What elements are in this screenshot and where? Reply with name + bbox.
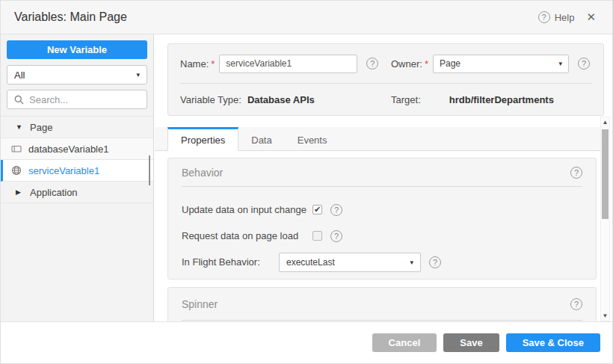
target-group: Target: hrdb/filterDepartments xyxy=(391,94,554,105)
update-data-help-icon[interactable]: ? xyxy=(330,204,342,216)
help-label: Help xyxy=(555,12,575,23)
owner-select[interactable]: Page ▾ xyxy=(433,55,569,73)
check-icon: ✔ xyxy=(314,206,321,214)
page-title: Variables: Main Page xyxy=(14,10,127,24)
variable-filter-select[interactable]: All ▾ xyxy=(7,65,147,84)
variables-tree: ▼ Page databaseVariable1 xyxy=(1,116,153,203)
variable-type-group: Variable Type: Database APIs xyxy=(180,94,391,105)
tree-item-label: serviceVariable1 xyxy=(28,165,99,176)
required-marker: * xyxy=(211,58,215,70)
owner-help-icon[interactable]: ? xyxy=(578,58,590,70)
section-title: Behavior xyxy=(182,167,223,179)
detail-tabs: Properties Data Events xyxy=(155,127,601,151)
name-help-icon[interactable]: ? xyxy=(366,58,378,70)
owner-field-group: Owner: * Page ▾ ? xyxy=(391,55,590,73)
variable-summary-form: Name: * ? Owner: * Page ▾ ? Varia xyxy=(167,43,604,116)
request-data-help-icon[interactable]: ? xyxy=(330,230,342,242)
chevron-down-icon: ▾ xyxy=(136,71,140,78)
tree-item-application[interactable]: ▶ Application xyxy=(1,182,153,203)
tree-item-page[interactable]: ▼ Page xyxy=(1,117,153,138)
web-service-icon xyxy=(11,165,22,176)
help-button[interactable]: ? Help xyxy=(538,11,575,23)
sidebar-scrollbar-thumb[interactable] xyxy=(149,155,150,185)
request-data-row: Request data on page load ✔ ? xyxy=(182,223,582,249)
owner-label: Owner: xyxy=(391,58,422,70)
name-owner-row: Name: * ? Owner: * Page ▾ ? xyxy=(180,44,591,84)
type-target-row: Variable Type: Database APIs Target: hrd… xyxy=(180,84,591,116)
search-placeholder: Search... xyxy=(29,94,68,105)
help-icon: ? xyxy=(538,11,550,23)
close-icon[interactable]: ✕ xyxy=(583,9,599,25)
chevron-expanded-icon: ▼ xyxy=(16,123,23,131)
database-variable-icon xyxy=(11,144,22,153)
search-icon xyxy=(14,95,24,105)
tree-item-service-variable[interactable]: serviceVariable1 xyxy=(1,160,153,182)
tree-item-database-variable[interactable]: databaseVariable1 xyxy=(1,138,153,160)
dialog-footer: Cancel Save Save & Close xyxy=(1,321,612,363)
variable-detail-panel: Name: * ? Owner: * Page ▾ ? Varia xyxy=(155,34,612,321)
in-flight-selected-value: executeLast xyxy=(286,257,335,268)
tab-label: Data xyxy=(251,135,271,146)
update-data-checkbox[interactable]: ✔ xyxy=(312,205,322,215)
tab-properties[interactable]: Properties xyxy=(167,127,238,151)
save-and-close-button[interactable]: Save & Close xyxy=(506,333,600,352)
in-flight-label: In Flight Behavior: xyxy=(182,256,279,268)
variables-dialog: Variables: Main Page ? Help ✕ New Variab… xyxy=(0,0,613,364)
in-flight-select[interactable]: executeLast ▾ xyxy=(279,253,421,272)
scrollbar-thumb[interactable] xyxy=(602,129,609,219)
variables-sidebar: New Variable All ▾ Search... ▼ Page xyxy=(1,34,154,321)
save-button[interactable]: Save xyxy=(443,333,499,352)
new-variable-button[interactable]: New Variable xyxy=(7,40,147,59)
scroll-down-icon[interactable]: ▼ xyxy=(601,312,609,319)
scroll-up-icon[interactable]: ▲ xyxy=(601,119,609,126)
spinner-help-icon[interactable]: ? xyxy=(570,298,582,310)
behavior-section-header: Behavior ? xyxy=(182,158,582,187)
dialog-header: Variables: Main Page ? Help ✕ xyxy=(1,1,612,34)
cancel-button[interactable]: Cancel xyxy=(372,333,437,352)
behavior-help-icon[interactable]: ? xyxy=(570,167,582,179)
variable-type-value: Database APIs xyxy=(247,94,315,105)
tab-data[interactable]: Data xyxy=(238,127,284,150)
update-data-label: Update data on input change xyxy=(182,204,312,215)
in-flight-row: In Flight Behavior: executeLast ▾ ? xyxy=(182,249,582,275)
required-marker: * xyxy=(425,58,428,70)
owner-selected-value: Page xyxy=(440,58,460,69)
chevron-down-icon: ▾ xyxy=(410,259,413,266)
tab-label: Properties xyxy=(181,135,225,146)
properties-scrollbar[interactable]: ▲ ▼ xyxy=(600,117,610,321)
chevron-collapsed-icon: ▶ xyxy=(16,188,23,196)
update-data-row: Update data on input change ✔ ? xyxy=(182,197,582,223)
tree-item-label: Application xyxy=(30,187,78,198)
variable-type-label: Variable Type: xyxy=(180,94,241,105)
spinner-section-header: Spinner ? xyxy=(182,288,582,321)
spinner-section: Spinner ? xyxy=(167,287,597,321)
name-input[interactable] xyxy=(219,55,357,73)
tab-label: Events xyxy=(298,135,327,146)
chevron-down-icon: ▾ xyxy=(558,60,562,67)
tab-events[interactable]: Events xyxy=(285,127,340,150)
target-value: hrdb/filterDepartments xyxy=(449,94,554,105)
tree-item-label: databaseVariable1 xyxy=(28,144,108,155)
behavior-section: Behavior ? Update data on input change ✔… xyxy=(167,158,597,280)
name-field-group: Name: * ? xyxy=(180,55,391,73)
in-flight-help-icon[interactable]: ? xyxy=(429,256,441,268)
filter-selected-value: All xyxy=(14,70,25,81)
request-data-label: Request data on page load xyxy=(182,230,312,241)
header-actions: ? Help ✕ xyxy=(538,9,599,25)
name-label: Name: xyxy=(180,58,209,70)
tree-item-label: Page xyxy=(30,122,52,133)
request-data-checkbox[interactable]: ✔ xyxy=(312,231,322,241)
search-input[interactable]: Search... xyxy=(7,90,147,109)
section-title: Spinner xyxy=(182,298,218,310)
target-label: Target: xyxy=(391,94,421,105)
